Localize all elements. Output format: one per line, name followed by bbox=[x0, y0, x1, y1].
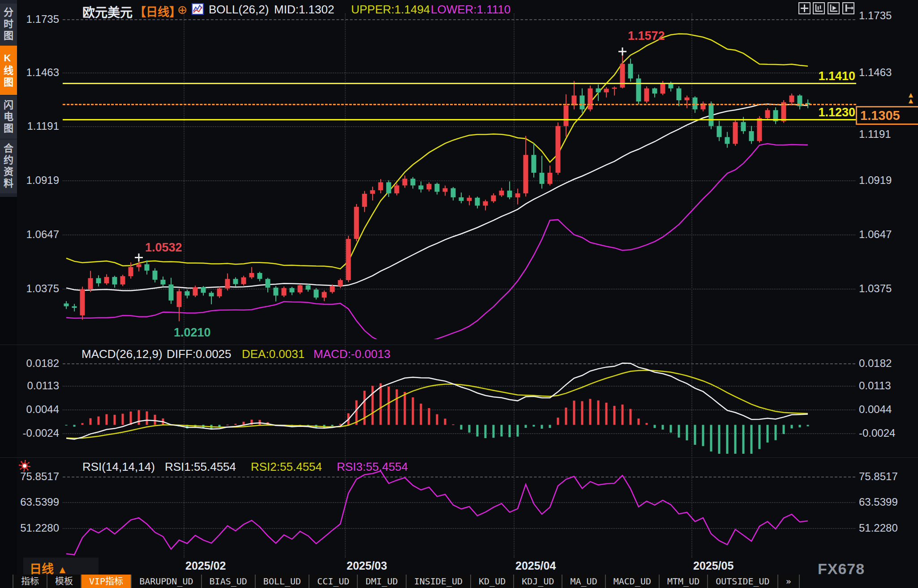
candle-body bbox=[604, 89, 609, 92]
macd-hist-bar bbox=[186, 425, 189, 428]
macd-hist-bar bbox=[251, 420, 253, 425]
macd-hist-bar bbox=[227, 425, 229, 426]
annotation-high: 1.1572 bbox=[628, 29, 665, 43]
candle-body bbox=[709, 103, 714, 126]
macd-hist-bar bbox=[380, 383, 382, 425]
candle-body bbox=[789, 95, 794, 102]
candle-body bbox=[177, 291, 182, 307]
candle-body bbox=[80, 289, 85, 315]
candle-body bbox=[685, 98, 690, 100]
candle-body bbox=[757, 118, 762, 141]
macd-hist-bar bbox=[734, 425, 737, 456]
macd-hist-bar bbox=[476, 425, 479, 436]
tab-vip-indicator[interactable]: VIP指标 bbox=[82, 575, 132, 588]
macd-hist-bar bbox=[275, 425, 277, 426]
tab-bias-ud[interactable]: BIAS_UD bbox=[202, 575, 256, 588]
candle-body bbox=[556, 126, 561, 173]
resistance-line[interactable] bbox=[63, 83, 856, 84]
tab-kdj-ud[interactable]: KDJ_UD bbox=[514, 575, 562, 588]
kline-cursor-icon[interactable] bbox=[828, 2, 840, 14]
support-line[interactable] bbox=[63, 119, 856, 120]
macd-hist-bar bbox=[98, 417, 100, 425]
y-axis-label: 1.1463 bbox=[13, 66, 59, 79]
macd-hist-bar bbox=[178, 425, 180, 426]
x-axis-label: 2025/04 bbox=[515, 559, 556, 572]
tab-inside-ud[interactable]: INSIDE_UD bbox=[407, 575, 471, 588]
tab-boll-ud[interactable]: BOLL_UD bbox=[256, 575, 309, 588]
candle-body bbox=[386, 182, 391, 193]
axis-shift-icon[interactable] bbox=[842, 2, 854, 14]
chart-svg: 1.05321.15721.0210 bbox=[0, 0, 918, 588]
target-icon[interactable]: ⊕ bbox=[177, 3, 188, 17]
boll-label: BOLL(26,2) bbox=[209, 3, 269, 17]
candle-body bbox=[749, 131, 754, 141]
candle-body bbox=[169, 285, 174, 301]
tab-mtm-ud[interactable]: MTM_UD bbox=[660, 575, 708, 588]
macd-hist-bar bbox=[710, 425, 712, 452]
tab-ma-ud[interactable]: MA_UD bbox=[562, 575, 605, 588]
macd-hist-bar bbox=[404, 392, 406, 425]
candle-body bbox=[612, 88, 617, 89]
candle-body bbox=[112, 277, 117, 285]
macd-value: MACD:-0.0013 bbox=[313, 347, 390, 361]
macd-hist-bar bbox=[460, 425, 463, 430]
macd-hist-bar bbox=[581, 401, 583, 425]
tab-indicator[interactable]: 指标 bbox=[13, 575, 47, 588]
tab-outside-ud[interactable]: OUTSIDE_UD bbox=[708, 575, 778, 588]
boll-lower: LOWER:1.1110 bbox=[431, 3, 510, 17]
boll-upper: UPPER:1.1494 bbox=[351, 3, 430, 17]
gridline bbox=[63, 386, 855, 387]
candles-group bbox=[64, 51, 811, 321]
candle-body bbox=[523, 155, 528, 193]
candle-body bbox=[403, 179, 408, 185]
macd-hist-bar bbox=[114, 415, 116, 425]
boll-lower-band bbox=[66, 144, 808, 346]
macd-hist-bar bbox=[436, 414, 438, 425]
tab-dmi-ud[interactable]: DMI_UD bbox=[358, 575, 406, 588]
macd-hist-bar bbox=[630, 409, 632, 425]
tab-kd-ud[interactable]: KD_UD bbox=[471, 575, 514, 588]
macd-hist-bar bbox=[742, 425, 745, 455]
macd-hist-bar bbox=[517, 425, 519, 436]
macd-hist-bar bbox=[194, 425, 197, 427]
chart-thumb-icon[interactable] bbox=[192, 3, 204, 18]
macd-hist-bar bbox=[122, 414, 124, 425]
month-gridline bbox=[514, 13, 515, 558]
y-axis-label: 1.1191 bbox=[13, 120, 59, 132]
candle-body bbox=[717, 126, 722, 137]
macd-hist-bar bbox=[420, 404, 422, 425]
y-axis-label: 1.0375 bbox=[859, 282, 892, 295]
macd-hist-bar bbox=[388, 387, 390, 425]
macd-hist-bar bbox=[783, 425, 785, 434]
tab-cci-ud[interactable]: CCI_UD bbox=[309, 575, 358, 588]
candle-body bbox=[628, 64, 633, 79]
macd-axis-label: 0.0044 bbox=[13, 403, 59, 416]
macd-axis-label: -0.0024 bbox=[13, 427, 59, 439]
crosshair-icon[interactable] bbox=[798, 2, 811, 14]
gridline bbox=[63, 477, 855, 477]
macd-hist-bar bbox=[662, 425, 664, 430]
macd-hist-bar bbox=[702, 425, 704, 446]
tab-more[interactable]: » bbox=[778, 575, 800, 588]
candle-body bbox=[346, 239, 351, 280]
kline-scale-icon[interactable] bbox=[813, 2, 825, 14]
macd-hist-bar bbox=[549, 425, 551, 428]
macd-hist-bar bbox=[654, 425, 656, 428]
y-axis-label: 1.1191 bbox=[859, 128, 891, 141]
gridline bbox=[63, 433, 855, 434]
candle-body bbox=[467, 198, 472, 201]
trading-terminal: 分时图 K线图 闪电图 合约资料 欧元美元 【日线】 ⊕ BOLL(26,2) … bbox=[0, 0, 918, 588]
gridline bbox=[63, 180, 855, 181]
y-axis-label: 1.1463 bbox=[859, 66, 892, 79]
tab-barupdn-ud[interactable]: BARUPDN_UD bbox=[132, 575, 202, 588]
candle-body bbox=[459, 197, 464, 201]
candle-body bbox=[72, 306, 77, 308]
candle-body bbox=[677, 88, 682, 100]
candle-body bbox=[443, 188, 448, 192]
tab-template[interactable]: 模板 bbox=[47, 575, 82, 588]
annotation-low: 1.0210 bbox=[174, 326, 211, 339]
tab-macd-ud[interactable]: MACD_UD bbox=[606, 575, 660, 588]
macd-hist-bar bbox=[299, 425, 301, 426]
macd-hist-bar bbox=[678, 425, 680, 437]
macd-hist-bar bbox=[331, 425, 334, 426]
